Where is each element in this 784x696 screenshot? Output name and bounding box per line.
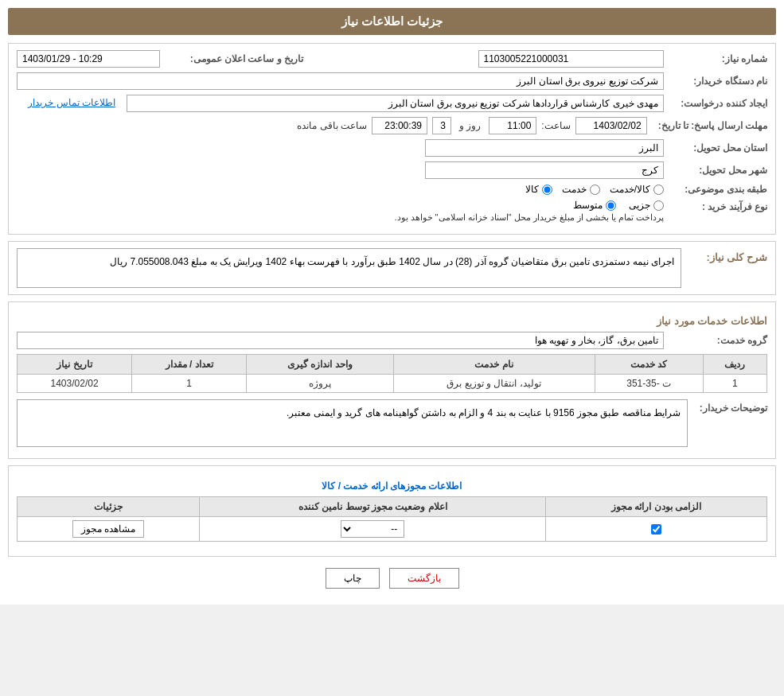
announcement-datetime-value: 1403/01/29 - 10:29 xyxy=(17,50,160,68)
col-header-need-date: تاریخ نیاز xyxy=(18,355,132,375)
buyer-notes-row: توضیحات خریدار: شرایط مناقصه طبق مجوز 91… xyxy=(17,399,767,447)
response-time-value: 11:00 xyxy=(489,117,536,134)
need-number-row: شماره نیاز: 1103005221000031 تاریخ و ساع… xyxy=(17,50,767,68)
table-row: 1 ت -35-351 تولید، انتقال و توزیع برق پر… xyxy=(18,375,767,393)
need-description-value: اجرای نیمه دستمزدی تامین برق متقاضیان گر… xyxy=(17,248,681,288)
cell-row-num: 1 xyxy=(703,375,766,393)
response-remaining-value: 23:00:39 xyxy=(372,117,427,134)
service-info-title: اطلاعات خدمات مورد نیاز xyxy=(17,315,767,327)
response-deadline-row: مهلت ارسال پاسخ: تا تاریخ: 1403/02/02 سا… xyxy=(17,117,767,134)
bottom-buttons: بازگشت چاپ xyxy=(8,568,776,589)
service-table-wrapper: ردیف کد خدمت نام خدمت واحد اندازه گیری ت… xyxy=(17,354,767,393)
service-info-section: اطلاعات خدمات مورد نیاز گروه خدمت: تامین… xyxy=(8,301,776,459)
process-type-label: نوع فرآیند خرید : xyxy=(664,200,767,212)
table-row: -- مشاهده مجوز xyxy=(18,517,767,542)
service-group-label: گروه خدمت: xyxy=(664,335,767,346)
view-permit-button[interactable]: مشاهده مجوز xyxy=(72,520,144,538)
buyer-notes-value: شرایط مناقصه طبق مجوز 9156 با عنایت به ب… xyxy=(17,399,688,447)
subject-radio-kala-label: کالا xyxy=(525,184,539,195)
cell-need-date: 1403/02/02 xyxy=(18,375,132,393)
permits-col-status: اعلام وضعیت مجوز توسط نامین کننده xyxy=(200,497,546,517)
col-header-service-code: کد خدمت xyxy=(595,355,703,375)
permits-section-title: اطلاعات مجوزهای ارائه خدمت / کالا xyxy=(17,480,767,492)
delivery-province-value: البرز xyxy=(425,139,664,157)
response-time-label: ساعت: xyxy=(541,120,570,131)
subject-radio-kala[interactable]: کالا xyxy=(525,184,552,195)
col-header-quantity: تعداد / مقدار xyxy=(132,355,247,375)
subject-radio-khadamat-label: خدمت xyxy=(562,184,587,195)
permit-required-cell xyxy=(546,517,767,542)
requester-row: ایجاد کننده درخواست: مهدی خیری کارشناس ق… xyxy=(17,95,767,112)
delivery-city-label: شهر محل تحویل: xyxy=(664,165,767,176)
cell-unit: پروژه xyxy=(247,375,393,393)
process-radio-motavasset-input[interactable] xyxy=(606,200,616,211)
process-radio-motavasset-label: متوسط xyxy=(573,200,603,211)
process-radio-jozii[interactable]: جزیی xyxy=(629,200,664,211)
subject-label: طبقه بندی موضوعی: xyxy=(664,184,767,195)
cell-quantity: 1 xyxy=(132,375,247,393)
process-type-row: نوع فرآیند خرید : جزیی متوسط پرداخت تمام… xyxy=(17,200,767,223)
service-group-row: گروه خدمت: تامین برق، گاز، بخار و تهویه … xyxy=(17,332,767,349)
cell-service-name: تولید، انتقال و توزیع برق xyxy=(393,375,595,393)
process-radio-jozii-label: جزیی xyxy=(629,200,650,211)
back-button[interactable]: بازگشت xyxy=(389,568,459,589)
buyer-name-value: شرکت توزیع نیروی برق استان البرز xyxy=(17,72,664,90)
buyer-notes-label: توضیحات خریدار: xyxy=(688,399,767,414)
permits-table: الزامی بودن ارائه مجوز اعلام وضعیت مجوز … xyxy=(17,496,767,542)
subject-radio-kala-khadamat-input[interactable] xyxy=(653,185,664,195)
buyer-name-label: نام دستگاه خریدار: xyxy=(664,76,767,87)
process-note: پرداخت تمام یا بخشی از مبلغ خریدار محل "… xyxy=(394,212,664,223)
permit-details-cell: مشاهده مجوز xyxy=(18,517,200,542)
permits-table-wrapper: الزامی بودن ارائه مجوز اعلام وضعیت مجوز … xyxy=(17,496,767,542)
process-options-group: جزیی متوسط xyxy=(394,200,664,211)
cell-service-code: ت -35-351 xyxy=(595,375,703,393)
delivery-province-row: استان محل تحویل: البرز xyxy=(17,139,767,157)
need-description-label: شرح کلی نیاز: xyxy=(688,248,767,263)
service-group-value: تامین برق، گاز، بخار و تهویه هوا xyxy=(17,332,664,349)
response-days-value: 3 xyxy=(432,117,451,134)
subject-radio-khadamat-input[interactable] xyxy=(590,185,600,195)
announcement-datetime-label: تاریخ و ساعت اعلان عمومی: xyxy=(160,53,303,64)
response-remaining-label: ساعت باقی مانده xyxy=(297,120,367,131)
permits-col-required: الزامی بودن ارائه مجوز xyxy=(546,497,767,517)
response-deadline-label: مهلت ارسال پاسخ: تا تاریخ: xyxy=(652,120,767,131)
col-header-row-num: ردیف xyxy=(703,355,766,375)
col-header-service-name: نام خدمت xyxy=(393,355,595,375)
delivery-province-label: استان محل تحویل: xyxy=(664,142,767,154)
main-info-section: شماره نیاز: 1103005221000031 تاریخ و ساع… xyxy=(8,43,776,235)
subject-radio-kala-khadamat[interactable]: کالا/خدمت xyxy=(610,184,664,195)
response-days-label: روز و xyxy=(456,120,484,131)
requester-value: مهدی خیری کارشناس قراردادها شرکت توزیع ن… xyxy=(127,95,664,112)
print-button[interactable]: چاپ xyxy=(326,568,380,589)
requester-contact-link[interactable]: اطلاعات تماس خریدار xyxy=(17,95,120,112)
permit-status-select[interactable]: -- xyxy=(341,520,404,538)
page-header: جزئیات اطلاعات نیاز xyxy=(8,8,776,35)
need-number-value: 1103005221000031 xyxy=(478,50,665,68)
subject-radio-kala-input[interactable] xyxy=(542,185,552,195)
process-radio-motavasset[interactable]: متوسط xyxy=(573,200,616,211)
col-header-unit: واحد اندازه گیری xyxy=(247,355,393,375)
buyer-name-row: نام دستگاه خریدار: شرکت توزیع نیروی برق … xyxy=(17,72,767,90)
need-description-section: شرح کلی نیاز: اجرای نیمه دستمزدی تامین ب… xyxy=(8,241,776,295)
subject-row: طبقه بندی موضوعی: کالا/خدمت خدمت کالا xyxy=(17,184,767,195)
subject-radio-khadamat[interactable]: خدمت xyxy=(562,184,600,195)
permit-status-cell: -- xyxy=(200,517,546,542)
permits-col-details: جزئیات xyxy=(18,497,200,517)
response-date-value: 1403/02/02 xyxy=(575,117,647,134)
permits-section: اطلاعات مجوزهای ارائه خدمت / کالا الزامی… xyxy=(8,465,776,557)
permit-required-checkbox[interactable] xyxy=(651,524,661,535)
delivery-city-row: شهر محل تحویل: کرج xyxy=(17,161,767,179)
need-number-label: شماره نیاز: xyxy=(664,53,767,64)
process-radio-jozii-input[interactable] xyxy=(653,200,664,211)
service-table: ردیف کد خدمت نام خدمت واحد اندازه گیری ت… xyxy=(17,354,767,393)
subject-radio-kala-khadamat-label: کالا/خدمت xyxy=(610,184,650,195)
subject-radio-group: کالا/خدمت خدمت کالا xyxy=(525,184,664,195)
requester-label: ایجاد کننده درخواست: xyxy=(664,98,767,109)
delivery-city-value: کرج xyxy=(425,161,664,179)
